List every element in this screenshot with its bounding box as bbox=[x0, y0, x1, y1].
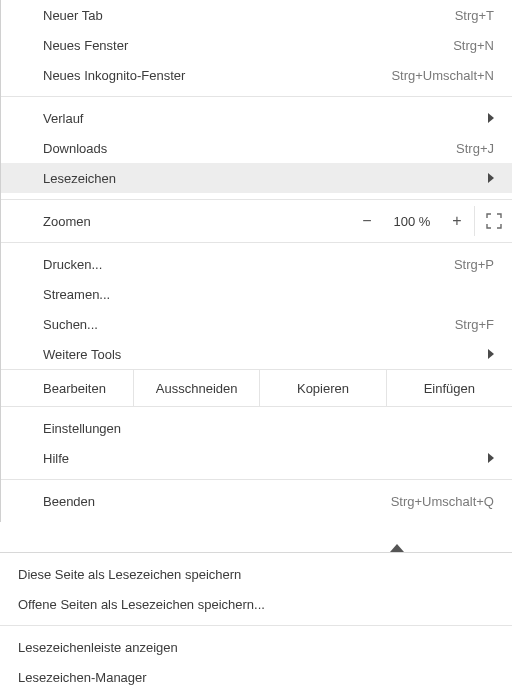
menu-item-new-window[interactable]: Neues Fenster Strg+N bbox=[1, 30, 512, 60]
menu-label: Neuer Tab bbox=[43, 8, 445, 23]
caret-up-icon bbox=[390, 544, 404, 552]
zoom-out-button[interactable]: − bbox=[350, 213, 384, 229]
shortcut: Strg+N bbox=[453, 38, 494, 53]
menu-label: Suchen... bbox=[43, 317, 445, 332]
menu-item-history[interactable]: Verlauf bbox=[1, 103, 512, 133]
submenu-item-bookmark-manager[interactable]: Lesezeichen-Manager bbox=[0, 662, 512, 689]
browser-main-menu: Neuer Tab Strg+T Neues Fenster Strg+N Ne… bbox=[0, 0, 512, 522]
paste-button[interactable]: Einfügen bbox=[386, 370, 512, 406]
chevron-right-icon bbox=[488, 453, 494, 463]
submenu-item-bookmark-open-pages[interactable]: Offene Seiten als Lesezeichen speichern.… bbox=[0, 589, 512, 619]
shortcut: Strg+Umschalt+N bbox=[391, 68, 494, 83]
button-label: Ausschneiden bbox=[156, 381, 238, 396]
menu-label: Weitere Tools bbox=[43, 347, 478, 362]
shortcut: Strg+J bbox=[456, 141, 494, 156]
chevron-right-icon bbox=[488, 113, 494, 123]
fullscreen-icon bbox=[486, 213, 502, 229]
menu-item-new-tab[interactable]: Neuer Tab Strg+T bbox=[1, 0, 512, 30]
menu-label: Diese Seite als Lesezeichen speichern bbox=[18, 567, 241, 582]
menu-item-print[interactable]: Drucken... Strg+P bbox=[1, 249, 512, 279]
zoom-in-button[interactable]: + bbox=[440, 213, 474, 229]
menu-label: Neues Inkognito-Fenster bbox=[43, 68, 381, 83]
menu-item-bookmarks[interactable]: Lesezeichen bbox=[1, 163, 512, 193]
menu-separator bbox=[1, 96, 512, 97]
menu-item-cast[interactable]: Streamen... bbox=[1, 279, 512, 309]
menu-label: Zoomen bbox=[43, 214, 350, 229]
shortcut: Strg+Umschalt+Q bbox=[391, 494, 494, 509]
menu-label: Drucken... bbox=[43, 257, 444, 272]
menu-item-find[interactable]: Suchen... Strg+F bbox=[1, 309, 512, 339]
menu-label: Streamen... bbox=[43, 287, 494, 302]
menu-item-help[interactable]: Hilfe bbox=[1, 443, 512, 473]
menu-item-more-tools[interactable]: Weitere Tools bbox=[1, 339, 512, 369]
menu-separator bbox=[1, 479, 512, 480]
menu-item-new-incognito[interactable]: Neues Inkognito-Fenster Strg+Umschalt+N bbox=[1, 60, 512, 90]
zoom-controls: − 100 % + bbox=[350, 206, 512, 236]
menu-item-exit[interactable]: Beenden Strg+Umschalt+Q bbox=[1, 486, 512, 516]
menu-label: Lesezeichen-Manager bbox=[18, 670, 147, 685]
copy-button[interactable]: Kopieren bbox=[259, 370, 385, 406]
menu-item-edit: Bearbeiten Ausschneiden Kopieren Einfüge… bbox=[1, 369, 512, 407]
menu-item-settings[interactable]: Einstellungen bbox=[1, 413, 512, 443]
submenu-item-bookmark-page[interactable]: Diese Seite als Lesezeichen speichern bbox=[0, 559, 512, 589]
menu-label: Downloads bbox=[43, 141, 446, 156]
menu-label: Offene Seiten als Lesezeichen speichern.… bbox=[18, 597, 265, 612]
shortcut: Strg+F bbox=[455, 317, 494, 332]
menu-label: Lesezeichenleiste anzeigen bbox=[18, 640, 178, 655]
menu-label: Einstellungen bbox=[43, 421, 494, 436]
button-label: Kopieren bbox=[297, 381, 349, 396]
menu-item-downloads[interactable]: Downloads Strg+J bbox=[1, 133, 512, 163]
zoom-value: 100 % bbox=[384, 214, 440, 229]
menu-label: Bearbeiten bbox=[43, 381, 106, 396]
menu-separator bbox=[0, 625, 512, 626]
menu-separator bbox=[1, 199, 512, 200]
menu-label: Neues Fenster bbox=[43, 38, 443, 53]
menu-separator bbox=[1, 242, 512, 243]
cut-button[interactable]: Ausschneiden bbox=[133, 370, 259, 406]
menu-label: Lesezeichen bbox=[43, 171, 478, 186]
button-label: Einfügen bbox=[424, 381, 475, 396]
menu-item-zoom: Zoomen − 100 % + bbox=[1, 206, 512, 236]
menu-label: Verlauf bbox=[43, 111, 478, 126]
menu-label: Hilfe bbox=[43, 451, 478, 466]
submenu-item-show-bookmarks-bar[interactable]: Lesezeichenleiste anzeigen bbox=[0, 632, 512, 662]
menu-label: Beenden bbox=[43, 494, 381, 509]
chevron-right-icon bbox=[488, 173, 494, 183]
bookmarks-submenu: Diese Seite als Lesezeichen speichern Of… bbox=[0, 552, 512, 689]
gap bbox=[0, 522, 512, 552]
shortcut: Strg+T bbox=[455, 8, 494, 23]
fullscreen-button[interactable] bbox=[474, 206, 512, 236]
chevron-right-icon bbox=[488, 349, 494, 359]
shortcut: Strg+P bbox=[454, 257, 494, 272]
